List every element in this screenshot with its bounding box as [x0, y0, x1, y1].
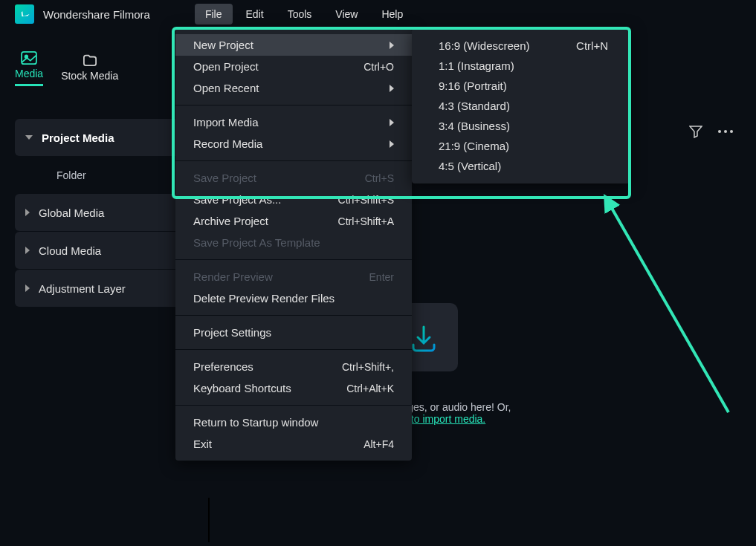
chevron-right-icon: [25, 247, 30, 254]
stock-media-tab-icon: [82, 53, 98, 67]
submenu-item-label: 1:1 (Instagram): [439, 59, 514, 72]
sidebar-global-media-label: Global Media: [39, 207, 104, 219]
submenu-item-16-9-widescreen-[interactable]: 16:9 (Widescreen)Ctrl+N: [412, 36, 630, 56]
media-tab-icon: [21, 51, 37, 65]
menu-item-label: New Project: [193, 39, 253, 51]
menu-shortcut: Ctrl+Alt+K: [346, 383, 394, 394]
submenu-item-4-5-vertical-[interactable]: 4:5 (Vertical): [412, 156, 630, 176]
sidebar-adjustment-layer[interactable]: Adjustment Layer: [15, 270, 197, 307]
menu-item-delete-preview-render-files[interactable]: Delete Preview Render Files: [175, 287, 412, 309]
chevron-down-icon: [25, 135, 33, 140]
submenu-item-label: 21:9 (Cinema): [439, 140, 509, 152]
chevron-right-icon: [25, 209, 30, 216]
menu-item-import-media[interactable]: Import Media: [175, 111, 412, 133]
menu-item-save-project-as-template: Save Project As Template: [175, 232, 412, 253]
submenu-item-9-16-portrait-[interactable]: 9:16 (Portrait): [412, 76, 630, 96]
tab-media-label: Media: [15, 68, 43, 79]
menu-item-preferences[interactable]: PreferencesCtrl+Shift+,: [175, 356, 412, 377]
menu-shortcut: Ctrl+Shift+,: [342, 361, 394, 373]
menubar: File Edit Tools View Help: [195, 4, 413, 25]
menubar-help[interactable]: Help: [371, 4, 413, 25]
menu-separator: [175, 315, 412, 316]
submenu-item-4-3-standard-[interactable]: 4:3 (Standard): [412, 96, 630, 116]
menubar-edit[interactable]: Edit: [236, 4, 274, 25]
menu-separator: [175, 349, 412, 350]
sidebar-folder-label: Folder: [56, 169, 86, 181]
submenu-item-label: 4:5 (Vertical): [439, 160, 501, 172]
filter-icon[interactable]: [689, 125, 702, 138]
submenu-item-label: 4:3 (Standard): [439, 100, 510, 112]
sidebar-global-media[interactable]: Global Media: [15, 194, 197, 231]
menu-item-record-media[interactable]: Record Media: [175, 133, 412, 155]
submenu-shortcut: Ctrl+N: [576, 39, 608, 52]
svg-point-4: [730, 130, 733, 133]
menu-item-render-preview: Render PreviewEnter: [175, 266, 412, 287]
tab-stock-media-label: Stock Media: [61, 70, 118, 82]
menu-separator: [175, 405, 412, 406]
svg-point-3: [724, 130, 727, 133]
menu-item-label: Save Project As Template: [193, 236, 320, 249]
menu-item-label: Project Settings: [193, 326, 271, 339]
menu-shortcut: Enter: [369, 271, 394, 283]
menubar-file[interactable]: File: [195, 4, 233, 25]
submenu-item-label: 3:4 (Business): [439, 120, 510, 132]
menu-item-exit[interactable]: ExitAlt+F4: [175, 433, 412, 455]
sidebar: Project Media Folder Global Media Cloud …: [15, 119, 197, 308]
menu-item-label: Keyboard Shortcuts: [193, 382, 291, 394]
menubar-tools[interactable]: Tools: [277, 4, 323, 25]
submenu-caret-icon: [390, 85, 394, 92]
menu-item-save-project-as-[interactable]: Save Project As...Ctrl+Shift+S: [175, 189, 412, 210]
menu-shortcut: Ctrl+S: [365, 172, 394, 184]
submenu-item-label: 16:9 (Widescreen): [439, 39, 530, 52]
sidebar-cloud-media[interactable]: Cloud Media: [15, 232, 197, 269]
menu-shortcut: Ctrl+Shift+A: [338, 215, 394, 227]
menu-item-label: Save Project As...: [193, 193, 281, 206]
more-icon[interactable]: [717, 129, 734, 134]
submenu-item-1-1-instagram-[interactable]: 1:1 (Instagram): [412, 56, 630, 76]
menu-item-return-to-startup-window[interactable]: Return to Startup window: [175, 412, 412, 433]
new-project-submenu: 16:9 (Widescreen)Ctrl+N1:1 (Instagram)9:…: [412, 28, 630, 183]
tab-stock-media[interactable]: Stock Media: [61, 53, 118, 86]
menu-shortcut: Ctrl+Shift+S: [338, 194, 394, 206]
sidebar-folder[interactable]: Folder: [15, 157, 197, 194]
menu-separator: [175, 160, 412, 161]
menu-separator: [175, 259, 412, 260]
menu-item-label: Archive Project: [193, 215, 268, 227]
menu-item-label: Open Project: [193, 60, 259, 73]
menu-item-new-project[interactable]: New Project: [175, 34, 412, 56]
menu-item-label: Save Project: [193, 172, 256, 184]
sidebar-project-media-label: Project Media: [42, 131, 114, 144]
menu-item-archive-project[interactable]: Archive ProjectCtrl+Shift+A: [175, 210, 412, 232]
app-title: Wondershare Filmora: [43, 8, 150, 21]
titlebar: Wondershare Filmora File Edit Tools View…: [0, 0, 756, 28]
menu-item-open-recent[interactable]: Open Recent: [175, 77, 412, 99]
menu-item-label: Import Media: [193, 116, 259, 129]
submenu-caret-icon: [390, 42, 394, 49]
menu-item-label: Exit: [193, 438, 212, 450]
menu-item-label: Delete Preview Render Files: [193, 292, 335, 305]
submenu-item-3-4-business-[interactable]: 3:4 (Business): [412, 116, 630, 136]
panel-divider[interactable]: [208, 498, 210, 542]
sidebar-cloud-media-label: Cloud Media: [39, 244, 101, 257]
menu-separator: [175, 105, 412, 105]
menu-item-label: Preferences: [193, 360, 253, 373]
submenu-item-21-9-cinema-[interactable]: 21:9 (Cinema): [412, 136, 630, 156]
app-logo-icon: [15, 4, 34, 24]
menu-item-label: Open Recent: [193, 82, 259, 94]
chevron-right-icon: [25, 285, 30, 292]
menu-item-project-settings[interactable]: Project Settings: [175, 322, 412, 343]
tab-media[interactable]: Media: [15, 51, 43, 86]
menu-item-label: Render Preview: [193, 270, 273, 283]
submenu-item-label: 9:16 (Portrait): [439, 79, 507, 92]
submenu-caret-icon: [390, 140, 394, 148]
menu-shortcut: Alt+F4: [364, 438, 394, 450]
download-icon: [407, 321, 440, 354]
menu-item-save-project: Save ProjectCtrl+S: [175, 167, 412, 189]
menu-item-label: Record Media: [193, 137, 262, 150]
menu-item-label: Return to Startup window: [193, 416, 318, 429]
menu-shortcut: Ctrl+O: [364, 61, 394, 73]
sidebar-project-media[interactable]: Project Media: [15, 119, 197, 156]
menu-item-keyboard-shortcuts[interactable]: Keyboard ShortcutsCtrl+Alt+K: [175, 377, 412, 399]
menubar-view[interactable]: View: [325, 4, 368, 25]
menu-item-open-project[interactable]: Open ProjectCtrl+O: [175, 56, 412, 77]
